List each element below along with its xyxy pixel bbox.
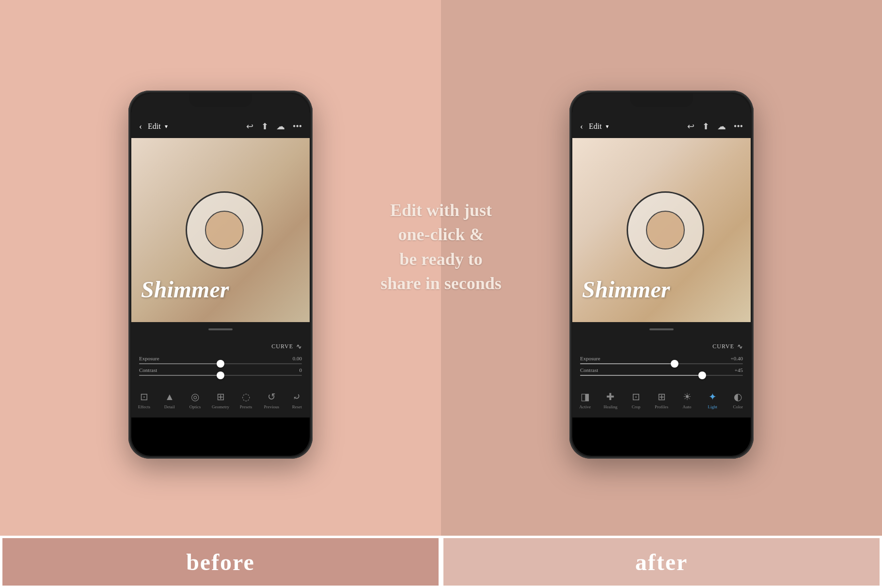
profiles-label: Profiles: [655, 404, 668, 409]
curve-row-before: CURVE ∿: [139, 340, 302, 353]
photo-bg-after: Shimmer: [572, 138, 751, 322]
curve-icon-before[interactable]: ∿: [296, 342, 302, 351]
healing-label: Healing: [604, 404, 618, 409]
exposure-value-before: 0.00: [293, 356, 302, 361]
after-section: after: [441, 536, 882, 588]
exposure-thumb-before[interactable]: [217, 360, 224, 368]
phone-notch-after: [630, 93, 693, 107]
more-icon-after[interactable]: •••: [734, 122, 743, 132]
presets-label: Presets: [240, 404, 252, 409]
scroll-indicator-after: [572, 322, 751, 337]
undo-icon-after[interactable]: ↩: [687, 121, 694, 132]
previous-icon: ↺: [268, 391, 276, 402]
contrast-thumb-before[interactable]: [217, 371, 224, 379]
top-icons-before: ↩ ⬆ ☁ •••: [246, 121, 302, 132]
light-icon: ✦: [709, 391, 717, 402]
contrast-track-before[interactable]: [139, 375, 302, 376]
nav-item-previous[interactable]: ↺ Previous: [259, 391, 284, 409]
plate-after: [627, 191, 704, 269]
presets-icon: ◌: [242, 391, 250, 402]
contrast-label-before: Contrast: [139, 367, 157, 373]
scroll-indicator-before: [131, 322, 310, 337]
scroll-line-before: [208, 328, 233, 330]
cloud-icon-after[interactable]: ☁: [717, 121, 726, 132]
phone-notch-before: [189, 93, 252, 107]
nav-item-profiles[interactable]: ⊞ Profiles: [649, 391, 675, 409]
contrast-thumb-after[interactable]: [698, 371, 706, 379]
nav-item-healing[interactable]: ✚ Healing: [598, 391, 624, 409]
geometry-label: Geometry: [212, 404, 229, 409]
exposure-label-after: Exposure: [580, 356, 600, 361]
photo-bg-before: Shimmer: [131, 138, 310, 322]
center-text-content: Edit with just one-click & be ready to s…: [359, 198, 523, 296]
optics-icon: ◎: [191, 391, 199, 402]
exposure-label-row-after: Exposure +0.40: [580, 356, 743, 361]
detail-label: Detail: [164, 404, 175, 409]
nav-item-color[interactable]: ◐ Color: [725, 391, 751, 409]
top-icons-after: ↩ ⬆ ☁ •••: [687, 121, 743, 132]
edit-arrow-after[interactable]: ▾: [606, 123, 609, 130]
active-label: Active: [579, 404, 591, 409]
lr-panel-after: CURVE ∿ Exposure +0.40: [572, 337, 751, 383]
crop-label: Crop: [631, 404, 640, 409]
detail-icon: ▲: [165, 391, 174, 402]
contrast-label-after: Contrast: [580, 367, 598, 373]
back-icon-after[interactable]: ‹: [580, 122, 583, 132]
center-line1: Edit with just: [390, 201, 492, 220]
effects-icon: ⊡: [140, 391, 148, 402]
exposure-fill-after: [580, 363, 675, 364]
after-label-text: after: [635, 549, 688, 575]
back-icon-before[interactable]: ‹: [139, 122, 142, 132]
center-line3: be ready to: [399, 249, 482, 269]
nav-item-reset[interactable]: ⤾ Reset: [284, 391, 310, 409]
nav-item-light[interactable]: ✦ Light: [700, 391, 725, 409]
exposure-thumb-after[interactable]: [671, 360, 678, 368]
share-icon-after[interactable]: ⬆: [702, 121, 709, 132]
exposure-track-after[interactable]: [580, 363, 743, 364]
lr-topbar-after: ‹ Edit ▾ ↩ ⬆ ☁ •••: [572, 115, 751, 138]
cloud-icon-before[interactable]: ☁: [276, 121, 285, 132]
lr-panel-before: CURVE ∿ Exposure 0.00: [131, 337, 310, 383]
undo-icon-before[interactable]: ↩: [246, 121, 253, 132]
photo-after: Shimmer: [572, 138, 751, 322]
scroll-line-after: [649, 328, 674, 330]
contrast-track-after[interactable]: [580, 375, 743, 376]
lr-topbar-before: ‹ Edit ▾ ↩ ⬆ ☁ •••: [131, 115, 310, 138]
edit-label-after: Edit: [589, 122, 602, 131]
more-icon-before[interactable]: •••: [293, 122, 302, 132]
contrast-value-after: +45: [735, 367, 743, 373]
share-icon-before[interactable]: ⬆: [261, 121, 268, 132]
contrast-fill-before: [139, 375, 220, 376]
curve-row-after: CURVE ∿: [580, 340, 743, 353]
nav-item-crop[interactable]: ⊡ Crop: [623, 391, 649, 409]
exposure-fill-before: [139, 363, 220, 364]
phone-screen-after: ‹ Edit ▾ ↩ ⬆ ☁ ••• Shimmer: [572, 93, 751, 456]
photo-before: Shimmer: [131, 138, 310, 322]
optics-label: Optics: [189, 404, 201, 409]
geometry-icon: ⊞: [217, 391, 225, 402]
nav-item-detail[interactable]: ▲ Detail: [157, 391, 183, 409]
nav-item-presets[interactable]: ◌ Presets: [233, 391, 259, 409]
nav-item-optics[interactable]: ◎ Optics: [182, 391, 208, 409]
reset-icon: ⤾: [293, 391, 301, 402]
edit-arrow-before[interactable]: ▾: [165, 123, 168, 130]
previous-label: Previous: [264, 404, 279, 409]
main-container: ‹ Edit ▾ ↩ ⬆ ☁ •••: [0, 0, 882, 588]
lr-bottom-nav-after: ◨ Active ✚ Healing ⊡ Crop ⊞ Profiles: [572, 383, 751, 418]
reset-label: Reset: [292, 404, 302, 409]
crop-icon: ⊡: [632, 391, 640, 402]
nav-item-effects[interactable]: ⊡ Effects: [131, 391, 157, 409]
center-line2: one-click &: [398, 225, 484, 244]
color-label: Color: [733, 404, 743, 409]
phone-before: ‹ Edit ▾ ↩ ⬆ ☁ •••: [128, 91, 313, 459]
exposure-slider-after: Exposure +0.40: [580, 356, 743, 364]
curve-icon-after[interactable]: ∿: [737, 342, 743, 351]
contrast-slider-after: Contrast +45: [580, 367, 743, 376]
plate-before: [186, 191, 263, 269]
nav-item-active[interactable]: ◨ Active: [572, 391, 598, 409]
nav-item-geometry[interactable]: ⊞ Geometry: [208, 391, 234, 409]
center-overlay: Edit with just one-click & be ready to s…: [359, 198, 523, 296]
before-after-bar: before after: [0, 536, 882, 588]
nav-item-auto[interactable]: ☀ Auto: [674, 391, 700, 409]
exposure-track-before[interactable]: [139, 363, 302, 364]
